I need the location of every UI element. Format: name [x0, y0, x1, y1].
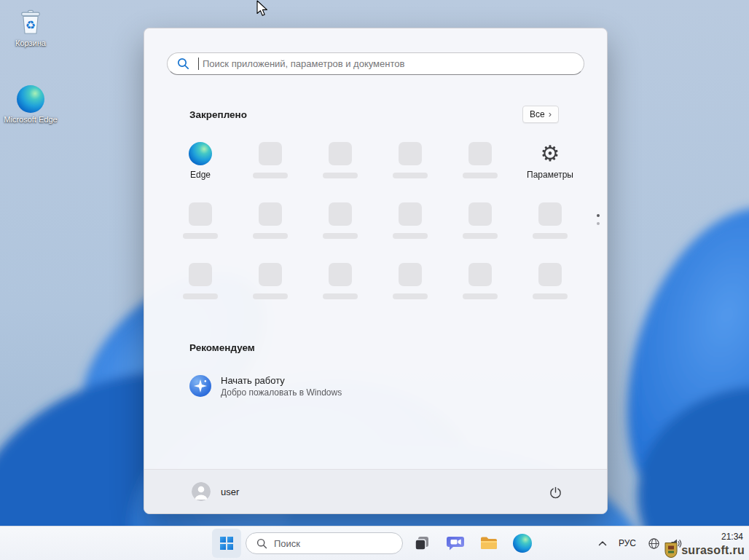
- placeholder-label-bar: [533, 233, 568, 239]
- placeholder-label-bar: [533, 293, 568, 299]
- chevron-up-icon: [598, 540, 607, 547]
- settings-gear-icon: ⚙: [538, 142, 562, 165]
- placeholder-tile: [259, 202, 282, 226]
- text-caret: [198, 58, 199, 70]
- pinned-pager-dots[interactable]: [597, 214, 600, 225]
- start-search-input[interactable]: [167, 52, 584, 75]
- edge-button[interactable]: [508, 529, 537, 558]
- pinned-app-placeholder[interactable]: [305, 260, 375, 312]
- mouse-cursor: [256, 0, 269, 17]
- tray-overflow-button[interactable]: [593, 535, 612, 552]
- pinned-app-placeholder[interactable]: [165, 200, 235, 252]
- taskbar-search-placeholder: Поиск: [274, 538, 300, 549]
- edge-icon: [513, 534, 532, 553]
- desktop-icon-edge[interactable]: Microsoft Edge: [2, 85, 59, 125]
- recommended-item-get-started[interactable]: Начать работу Добро пожаловать в Windows: [172, 369, 579, 403]
- desktop-icon-label: Microsoft Edge: [4, 115, 57, 125]
- desktop-icon-recycle-bin[interactable]: ♻ Корзина: [2, 7, 59, 48]
- placeholder-tile: [259, 142, 282, 165]
- recommended-item-title: Начать работу: [221, 375, 342, 386]
- recycle-symbol: ♻: [26, 18, 36, 32]
- recommended-item-text: Начать работу Добро пожаловать в Windows: [221, 375, 342, 398]
- file-explorer-button[interactable]: [474, 529, 503, 558]
- watermark-logo-icon: [664, 542, 678, 559]
- network-button[interactable]: [643, 532, 665, 555]
- search-icon: [256, 538, 267, 549]
- pinned-app-placeholder[interactable]: [305, 139, 375, 192]
- pinned-app-placeholder[interactable]: [515, 200, 585, 252]
- pinned-app-placeholder[interactable]: [375, 139, 445, 192]
- placeholder-label-bar: [463, 233, 498, 239]
- power-button[interactable]: [544, 481, 567, 504]
- pinned-app-placeholder[interactable]: [235, 260, 305, 312]
- chat-button[interactable]: [441, 529, 470, 558]
- pinned-app-placeholder[interactable]: [305, 200, 375, 252]
- user-name: user: [221, 486, 239, 497]
- user-profile-button[interactable]: user: [183, 479, 248, 504]
- pinned-app-placeholder[interactable]: [515, 260, 585, 312]
- network-globe-icon: [648, 537, 660, 550]
- recycle-bin-icon: ♻: [17, 7, 44, 36]
- watermark-text: surasoft.ru: [681, 544, 745, 557]
- pager-dot[interactable]: [597, 222, 600, 225]
- placeholder-tile: [538, 202, 562, 226]
- pinned-app-label: Параметры: [527, 170, 573, 180]
- recommended-section-header: Рекомендуем: [189, 341, 255, 354]
- pinned-app-placeholder[interactable]: [375, 260, 445, 312]
- taskbar: Поиск: [0, 526, 749, 560]
- edge-icon: [17, 85, 44, 113]
- desktop-icon-label: Корзина: [15, 39, 46, 48]
- placeholder-tile: [468, 263, 492, 286]
- task-view-icon: [413, 535, 431, 552]
- start-menu-footer: user: [144, 469, 607, 513]
- user-avatar: [192, 482, 211, 501]
- chevron-right-icon: ›: [549, 111, 552, 118]
- pinned-app-settings[interactable]: ⚙Параметры: [515, 139, 585, 192]
- edge-icon: [189, 142, 212, 165]
- pinned-app-placeholder[interactable]: [445, 139, 515, 192]
- pinned-app-placeholder[interactable]: [445, 200, 515, 252]
- placeholder-tile: [259, 263, 282, 286]
- pinned-app-placeholder[interactable]: [165, 260, 235, 312]
- placeholder-label-bar: [323, 173, 358, 178]
- placeholder-label-bar: [393, 293, 428, 299]
- get-started-icon: [189, 375, 211, 397]
- placeholder-tile: [468, 202, 492, 226]
- placeholder-tile: [189, 202, 212, 226]
- watermark: surasoft.ru: [664, 542, 745, 559]
- pinned-app-edge[interactable]: Edge: [165, 139, 235, 192]
- pinned-app-placeholder[interactable]: [235, 200, 305, 252]
- recommended-title: Рекомендуем: [189, 342, 255, 353]
- pinned-app-placeholder[interactable]: [235, 139, 305, 192]
- placeholder-label-bar: [463, 293, 498, 299]
- clock[interactable]: 21:34: [721, 532, 743, 542]
- taskbar-search[interactable]: Поиск: [246, 532, 403, 554]
- all-apps-button[interactable]: Все ›: [522, 106, 559, 123]
- pinned-section-header: Закреплено Все ›: [189, 106, 559, 123]
- placeholder-label-bar: [253, 293, 288, 299]
- placeholder-tile: [538, 263, 562, 286]
- start-button[interactable]: [212, 529, 241, 558]
- pager-dot-active[interactable]: [597, 214, 600, 217]
- placeholder-label-bar: [393, 233, 428, 239]
- placeholder-tile: [399, 202, 422, 226]
- placeholder-label-bar: [253, 233, 288, 239]
- placeholder-tile: [399, 263, 422, 286]
- pinned-app-placeholder[interactable]: [445, 260, 515, 312]
- placeholder-tile: [399, 142, 422, 165]
- placeholder-tile: [329, 142, 352, 165]
- search-icon: [177, 58, 189, 70]
- placeholder-label-bar: [463, 173, 498, 178]
- placeholder-tile: [329, 263, 352, 286]
- start-menu-search: [167, 52, 584, 75]
- desktop: ♻ Корзина Microsoft Edge Закреплено Все …: [0, 0, 749, 560]
- windows-logo-icon: [220, 537, 233, 550]
- placeholder-tile: [189, 263, 212, 286]
- task-view-button[interactable]: [407, 529, 436, 558]
- language-indicator[interactable]: РУС: [612, 534, 643, 553]
- pinned-app-placeholder[interactable]: [375, 200, 445, 252]
- power-icon: [549, 486, 562, 500]
- recommended-item-subtitle: Добро пожаловать в Windows: [221, 387, 342, 398]
- placeholder-tile: [329, 202, 352, 226]
- placeholder-label-bar: [253, 173, 288, 178]
